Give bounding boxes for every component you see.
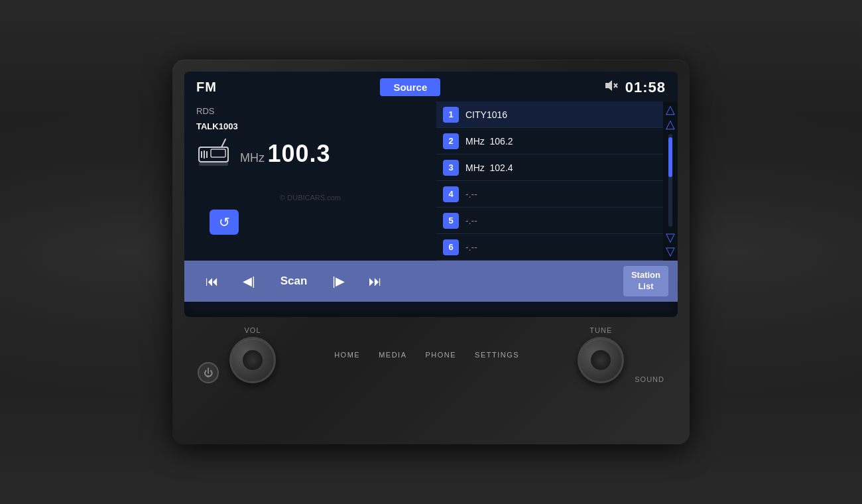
rds-label: RDS bbox=[196, 105, 424, 117]
station-item-3[interactable]: 3 MHz 102.4 bbox=[436, 155, 663, 181]
vol-knob-group: VOL bbox=[229, 326, 276, 383]
vol-knob-section: ⏻ VOL bbox=[198, 326, 276, 383]
station-item-1[interactable]: 1 CITY1016 bbox=[436, 101, 663, 128]
svg-marker-0 bbox=[605, 80, 612, 91]
station-num-2: 2 bbox=[443, 133, 459, 149]
prev-step-button[interactable]: ◀| bbox=[231, 274, 267, 288]
scroll-up-arrow[interactable]: △△ bbox=[666, 103, 675, 131]
next-button[interactable]: ⏭ bbox=[357, 274, 394, 289]
header-right: 01:58 bbox=[604, 79, 666, 96]
radio-icon bbox=[196, 138, 231, 170]
current-station-name: TALK1003 bbox=[196, 121, 424, 131]
frequency-row: MHz 100.3 bbox=[196, 138, 424, 170]
power-button-section: ⏻ bbox=[198, 361, 219, 383]
vol-knob[interactable] bbox=[229, 337, 276, 383]
time-display: 01:58 bbox=[625, 79, 666, 96]
svg-rect-7 bbox=[211, 149, 225, 157]
station-num-6: 6 bbox=[443, 239, 459, 255]
settings-button[interactable]: SETTINGS bbox=[475, 351, 519, 359]
station-item-4[interactable]: 4 -.-- bbox=[436, 181, 663, 208]
station-name-1: CITY1016 bbox=[465, 109, 507, 120]
station-name-6: -.-- bbox=[465, 242, 477, 253]
station-num-5: 5 bbox=[443, 213, 459, 229]
media-button[interactable]: MEDIA bbox=[379, 351, 406, 359]
left-panel: RDS TALK1003 bbox=[184, 101, 436, 261]
right-panel: 1 CITY1016 2 MHz 106.2 3 MHz 102.4 bbox=[436, 101, 678, 261]
station-name-2: MHz 106.2 bbox=[465, 136, 513, 147]
station-name-5: -.-- bbox=[465, 216, 477, 226]
home-button[interactable]: HOME bbox=[334, 351, 360, 359]
station-num-3: 3 bbox=[443, 160, 459, 176]
tune-label: TUNE bbox=[589, 326, 612, 334]
sound-label: SOUND bbox=[635, 375, 664, 383]
station-num-4: 4 bbox=[443, 186, 459, 202]
refresh-icon: ↺ bbox=[219, 214, 230, 230]
scroll-track bbox=[668, 134, 672, 227]
band-label: FM bbox=[196, 80, 217, 95]
screen-body: RDS TALK1003 bbox=[184, 101, 678, 261]
car-panel: FM Source 01:58 bbox=[0, 0, 862, 504]
power-icon: ⏻ bbox=[204, 367, 213, 378]
scroll-down-arrow[interactable]: ▽▽ bbox=[666, 231, 675, 259]
hardware-controls-row: ⏻ VOL HOME MEDIA PHONE SETTINGS bbox=[184, 326, 678, 383]
tune-knob-group: TUNE bbox=[578, 326, 624, 383]
station-item-6[interactable]: 6 -.-- bbox=[436, 234, 663, 261]
scroll-thumb bbox=[668, 137, 672, 177]
station-item-2[interactable]: 2 MHz 106.2 bbox=[436, 128, 663, 155]
svg-rect-9 bbox=[199, 162, 228, 166]
vol-label: VOL bbox=[244, 326, 261, 334]
sound-label-section: SOUND bbox=[635, 342, 664, 383]
station-item-5[interactable]: 5 -.-- bbox=[436, 208, 663, 234]
station-name-4: -.-- bbox=[465, 189, 477, 200]
tune-knob[interactable] bbox=[578, 337, 624, 383]
station-name-3: MHz 102.4 bbox=[465, 162, 513, 173]
station-list-button[interactable]: StationList bbox=[623, 266, 668, 296]
screen-header: FM Source 01:58 bbox=[184, 72, 678, 101]
hardware-buttons: HOME MEDIA PHONE SETTINGS bbox=[334, 351, 519, 359]
power-button[interactable]: ⏻ bbox=[198, 362, 219, 383]
svg-line-8 bbox=[221, 139, 225, 147]
head-unit-bezel: FM Source 01:58 bbox=[172, 60, 690, 444]
scroll-bar: △△ ▽▽ bbox=[663, 101, 678, 261]
watermark: © DUBICARS.com bbox=[196, 194, 424, 202]
source-button[interactable]: Source bbox=[380, 78, 440, 96]
scan-button[interactable]: Scan bbox=[267, 275, 321, 288]
frequency-display: MHz 100.3 bbox=[240, 140, 331, 168]
prev-button[interactable]: ⏮ bbox=[194, 274, 231, 289]
tune-knob-section: TUNE SOUND bbox=[578, 326, 664, 383]
next-step-button[interactable]: |▶ bbox=[320, 274, 357, 288]
refresh-button[interactable]: ↺ bbox=[210, 210, 239, 235]
mute-icon bbox=[604, 80, 619, 95]
playback-controls-bar: ⏮ ◀| Scan |▶ ⏭ StationList bbox=[184, 261, 678, 302]
stations-list: 1 CITY1016 2 MHz 106.2 3 MHz 102.4 bbox=[436, 101, 663, 261]
phone-button[interactable]: PHONE bbox=[425, 351, 456, 359]
station-num-1: 1 bbox=[443, 107, 459, 123]
infotainment-screen: FM Source 01:58 bbox=[184, 72, 678, 317]
